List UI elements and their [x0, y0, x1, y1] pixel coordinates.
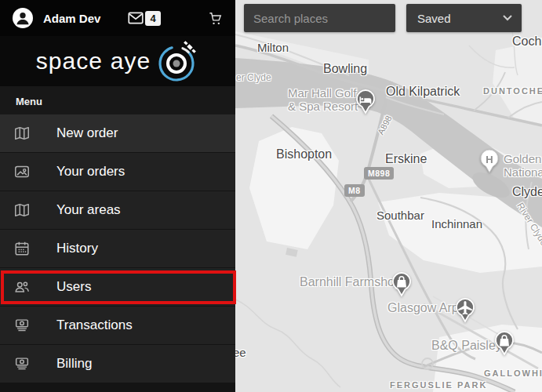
area-label: FERGUSLIE PARK [390, 380, 487, 390]
sidebar-item-label: Your orders [56, 164, 125, 180]
sidebar-item-label: Billing [56, 356, 92, 372]
town-label: Inchinnan [431, 217, 482, 230]
avatar[interactable] [13, 8, 33, 28]
poi-label: Nationa [504, 165, 542, 179]
sidebar-item-label: History [56, 241, 98, 256]
town-label: Old Kilpatrick [386, 85, 460, 99]
mail-count-badge: 4 [145, 11, 161, 26]
menu-caption: Menu [0, 86, 235, 114]
sidebar-item-your-orders[interactable]: Your orders [0, 153, 235, 191]
users-icon [13, 278, 31, 296]
banknote-icon [13, 354, 31, 373]
poi-label: B&Q Paisley [431, 339, 502, 353]
sidebar-item-billing[interactable]: Billing [0, 345, 235, 383]
town-label: Milton [257, 41, 289, 54]
poi-label: Mar Hall Golf [288, 86, 357, 100]
town-label: Cochn [512, 34, 542, 49]
menu-list: New orderYour ordersYour areasHistoryUse… [0, 114, 235, 383]
chevron-down-icon [503, 15, 512, 21]
town-label: Clydeb [512, 185, 542, 199]
saved-dropdown[interactable]: Saved [406, 4, 522, 32]
mail-icon [128, 12, 144, 24]
sidebar-item-users[interactable]: Users [0, 268, 235, 306]
search-input[interactable] [244, 4, 395, 32]
area-label: GALLOWHILL [484, 368, 542, 378]
area-label: DUNTOCHER [483, 86, 542, 96]
shop-marker[interactable] [493, 331, 515, 357]
water-label: er Clyde [236, 72, 271, 83]
town-label: Bishopton [276, 147, 332, 162]
motorway-badge: M898 [364, 167, 394, 180]
sidebar-item-label: New order [56, 125, 118, 141]
sidebar-item-new-order[interactable]: New order [0, 114, 235, 152]
sidebar-item-label: Your areas [56, 202, 121, 218]
image-icon [13, 162, 31, 181]
town-label: Bowling [323, 62, 367, 76]
logo-text: spaceaye [36, 48, 151, 74]
logo: spaceaye [0, 36, 235, 86]
hospital-marker[interactable]: H [478, 149, 500, 175]
town-label: Erskine [385, 152, 427, 166]
water-label: River Clyde [515, 201, 542, 248]
map-icon [13, 201, 31, 220]
person-icon [13, 8, 33, 28]
svg-text:H: H [486, 154, 493, 165]
sidebar: Adam Dev 4 spa [0, 0, 235, 392]
poi-label: & Spa Resort [288, 100, 358, 113]
town-label: Southbar [376, 209, 424, 222]
app-window: MiltonBowlingOld KilpatrickCochnBishopto… [0, 0, 542, 392]
banknote-icon [13, 316, 31, 335]
map-icon [13, 124, 31, 143]
poi-label: Barnhill Farmshop [300, 275, 402, 289]
calendar-icon [13, 239, 31, 258]
sidebar-item-your-areas[interactable]: Your areas [0, 191, 235, 229]
cart-button[interactable] [208, 11, 223, 26]
poi-label: Golden J [504, 152, 542, 165]
sidebar-header: Adam Dev 4 [0, 0, 235, 36]
shop-marker[interactable] [391, 272, 413, 298]
messages-button[interactable]: 4 [128, 11, 161, 26]
airport-marker[interactable] [454, 298, 476, 324]
motorway-badge: M8 [344, 184, 365, 197]
road-label: A898 [376, 114, 394, 136]
satellite-orbit-logo-icon [155, 39, 199, 85]
poi-label: Glasgow Arpt [387, 301, 462, 315]
sidebar-item-label: Transactions [56, 318, 133, 333]
hotel-marker[interactable] [355, 89, 376, 115]
cart-icon [208, 11, 223, 26]
user-name: Adam Dev [43, 12, 100, 25]
sidebar-item-transactions[interactable]: Transactions [0, 307, 235, 344]
sidebar-item-label: Users [56, 279, 91, 295]
saved-dropdown-value: Saved [417, 12, 451, 25]
sidebar-item-history[interactable]: History [0, 230, 235, 267]
